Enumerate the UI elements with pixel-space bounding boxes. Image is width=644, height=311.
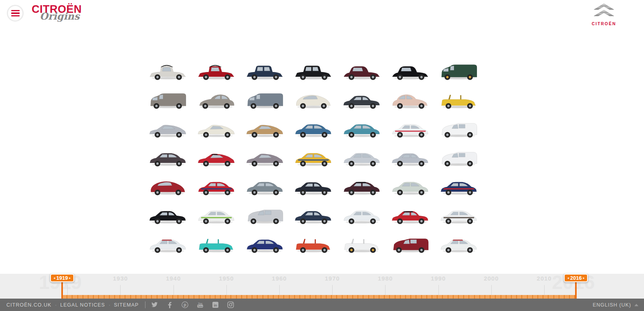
- timeline-marker-start[interactable]: ◂1919▸: [50, 274, 74, 282]
- timeline-marker-end[interactable]: ◂2016▸: [564, 274, 588, 282]
- timeline-decade-label: 1940: [157, 275, 190, 282]
- svg-text:p: p: [184, 302, 186, 307]
- timeline-decade-tick: [120, 285, 121, 295]
- arrow-left-icon[interactable]: ◂: [567, 277, 569, 280]
- arrow-right-icon[interactable]: ▸: [583, 277, 585, 280]
- footer-divider: [145, 301, 145, 308]
- youtube-icon[interactable]: YouTube: [197, 301, 204, 308]
- car-thumbnail-executive-fastback-grey[interactable]: [240, 143, 289, 172]
- car-grid: [143, 57, 483, 259]
- footer-link-citro-n-co-uk[interactable]: CITROËN.CO.UK: [6, 302, 51, 308]
- facebook-icon[interactable]: [166, 301, 173, 308]
- timeline-decade-label: 1950: [210, 275, 242, 282]
- car-thumbnail-rally-car-red-blue[interactable]: [192, 172, 240, 201]
- car-thumbnail-electric-buggy-orange[interactable]: [289, 230, 337, 259]
- car-thumbnail-electric-buggy-white[interactable]: [337, 230, 386, 259]
- svg-text:You: You: [198, 302, 202, 305]
- citroen-wordmark: CITROËN: [589, 21, 618, 26]
- timeline-decade-tick: [332, 285, 333, 295]
- car-thumbnail-hatchback-silver[interactable]: [337, 143, 386, 172]
- car-thumbnail-vintage-sedan-navy[interactable]: [240, 57, 289, 86]
- car-thumbnail-hatchback-teal[interactable]: [337, 114, 386, 143]
- svg-text:Tube: Tube: [198, 305, 202, 307]
- car-thumbnail-hatchback-white-stripes[interactable]: [386, 114, 434, 143]
- hamburger-icon: [11, 10, 20, 17]
- timeline-decade-label: 1980: [369, 275, 401, 282]
- car-thumbnail-two-tone-hatch-darkred[interactable]: [337, 172, 386, 201]
- car-thumbnail-hatchback-white-redroof[interactable]: [434, 230, 483, 259]
- caret-up-icon: [634, 304, 638, 306]
- origins-logo[interactable]: CITROËN Origins: [32, 4, 82, 21]
- car-thumbnail-small-classic-van-bluegrey[interactable]: [240, 86, 289, 114]
- timeline-marker-stem-end: [575, 281, 577, 299]
- car-thumbnail-rally-raid-yellow[interactable]: [289, 143, 337, 172]
- arrow-right-icon[interactable]: ▸: [69, 277, 71, 280]
- marker-year-label: 1919: [57, 275, 68, 281]
- timeline: 1919201619301940195019601970198019902000…: [0, 274, 644, 299]
- citroen-logo[interactable]: CITROËN: [589, 3, 618, 26]
- timeline-decade-tick: [279, 285, 280, 295]
- car-thumbnail-open-concept-turquoise[interactable]: [192, 230, 240, 259]
- car-thumbnail-compact-mpv-blue[interactable]: [240, 230, 289, 259]
- car-thumbnail-fastback-silver[interactable]: [143, 114, 192, 143]
- car-thumbnail-small-van-white[interactable]: [434, 143, 483, 172]
- instagram-icon[interactable]: [227, 301, 234, 308]
- car-thumbnail-fastback-bronze[interactable]: [240, 114, 289, 143]
- car-thumbnail-hatchback-blue[interactable]: [289, 114, 337, 143]
- car-thumbnail-open-utility-yellow[interactable]: [434, 86, 483, 114]
- twitter-icon[interactable]: [151, 301, 158, 308]
- car-thumbnail-sedan-silver[interactable]: [386, 143, 434, 172]
- footer-link-sitemap[interactable]: SITEMAP: [114, 302, 139, 308]
- car-thumbnail-hatchback-darkgrey[interactable]: [143, 143, 192, 172]
- car-thumbnail-vintage-open-tourer-grey[interactable]: [143, 57, 192, 86]
- marker-year-label: 2016: [570, 275, 582, 281]
- car-thumbnail-streamlined-prototype-cream[interactable]: [289, 86, 337, 114]
- footer-link-separator: ·: [109, 302, 110, 308]
- social-icons: pYouTubein: [151, 301, 234, 308]
- footer-link-legal-notices[interactable]: LEGAL NOTICES: [60, 302, 105, 308]
- car-thumbnail-vintage-coupe-maroon[interactable]: [337, 57, 386, 86]
- car-thumbnail-rally-car-navy-red[interactable]: [434, 172, 483, 201]
- car-thumbnail-small-classic-car-pink[interactable]: [386, 86, 434, 114]
- car-thumbnail-city-car-white-green[interactable]: [192, 201, 240, 230]
- timeline-range-bar[interactable]: [62, 295, 576, 299]
- header: CITROËN Origins CITROËN: [0, 0, 644, 28]
- car-thumbnail-fastback-cream[interactable]: [192, 114, 240, 143]
- car-thumbnail-panel-van-silver[interactable]: [240, 201, 289, 230]
- footer-links: CITROËN.CO.UK·LEGAL NOTICES·SITEMAP: [6, 302, 139, 308]
- car-thumbnail-corrugated-van-grey[interactable]: [143, 86, 192, 114]
- timeline-decade-label: 2000: [475, 275, 507, 282]
- car-thumbnail-small-classic-hatch-grey[interactable]: [192, 86, 240, 114]
- timeline-decade-tick: [174, 285, 174, 295]
- timeline-decade-tick: [385, 285, 386, 295]
- car-thumbnail-minivan-red[interactable]: [143, 172, 192, 201]
- linkedin-icon[interactable]: in: [212, 301, 219, 308]
- svg-text:in: in: [214, 303, 218, 307]
- timeline-decade-label: 1990: [422, 275, 454, 282]
- car-thumbnail-city-car-white-redroof[interactable]: [143, 230, 192, 259]
- pinterest-icon[interactable]: p: [182, 301, 188, 308]
- arrow-left-icon[interactable]: ◂: [54, 277, 55, 280]
- timeline-decade-label: 1960: [263, 275, 295, 282]
- car-thumbnail-panel-van-white[interactable]: [434, 114, 483, 143]
- timeline-decade-tick: [438, 285, 439, 295]
- car-thumbnail-hatchback-palegreen[interactable]: [386, 172, 434, 201]
- car-thumbnail-classic-sedan-darkslate[interactable]: [337, 86, 386, 114]
- timeline-decade-tick: [226, 285, 227, 295]
- car-thumbnail-traction-sedan-black[interactable]: [386, 57, 434, 86]
- car-thumbnail-vintage-sedan-black[interactable]: [289, 57, 337, 86]
- car-thumbnail-hatchback-bluegrey[interactable]: [240, 172, 289, 201]
- car-thumbnail-crossover-white-airbump[interactable]: [434, 201, 483, 230]
- car-thumbnail-classic-van-green[interactable]: [434, 57, 483, 86]
- language-selector[interactable]: ENGLISH (UK): [593, 302, 638, 308]
- car-thumbnail-sport-concept-red[interactable]: [192, 143, 240, 172]
- car-thumbnail-touring-race-car-red[interactable]: [386, 201, 434, 230]
- car-thumbnail-luxury-sedan-black[interactable]: [143, 201, 192, 230]
- menu-button[interactable]: [7, 5, 24, 22]
- car-thumbnail-sedan-navy[interactable]: [289, 172, 337, 201]
- car-thumbnail-vintage-cabriolet-red[interactable]: [192, 57, 240, 86]
- timeline-decade-tick: [491, 285, 492, 295]
- car-thumbnail-sedan-darkblue[interactable]: [289, 201, 337, 230]
- car-thumbnail-panel-van-darkred[interactable]: [386, 230, 434, 259]
- car-thumbnail-city-car-white[interactable]: [337, 201, 386, 230]
